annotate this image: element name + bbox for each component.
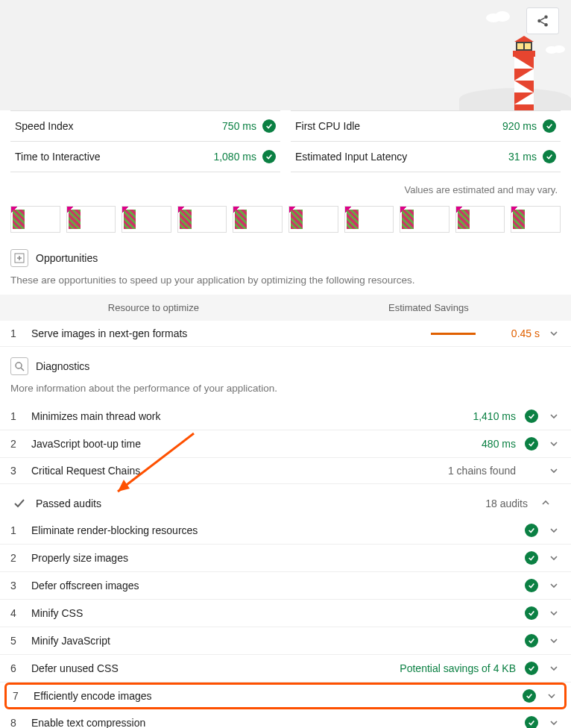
passed-audit-row[interactable]: 4Minify CSS	[0, 600, 571, 627]
svg-point-3	[553, 46, 565, 53]
filmstrip-frame	[177, 206, 227, 233]
pass-icon	[525, 716, 538, 728]
opportunities-table-head: Resource to optimize Estimated Savings	[0, 295, 571, 321]
opportunities-icon	[10, 249, 28, 267]
search-icon	[10, 357, 28, 375]
diagnostic-row[interactable]: 2 JavaScript boot-up time 480 ms	[0, 430, 571, 458]
diagnostics-header: Diagnostics	[0, 354, 571, 380]
col-resource: Resource to optimize	[10, 302, 297, 313]
diagnostic-row[interactable]: 1 Minimizes main thread work 1,410 ms	[0, 403, 571, 430]
svg-line-26	[21, 368, 24, 371]
passed-audit-row[interactable]: 3Defer offscreen images	[0, 572, 571, 600]
filmstrip-frame	[400, 206, 449, 233]
filmstrip-frame	[10, 206, 60, 233]
filmstrip-frame	[344, 206, 394, 233]
passed-audit-row[interactable]: 1Eliminate render-blocking resources	[0, 517, 571, 545]
chevron-down-icon[interactable]	[547, 636, 561, 645]
metric-speed-index: Speed Index 750 ms	[10, 110, 280, 142]
svg-point-1	[495, 11, 510, 22]
col-savings: Estimated Savings	[297, 302, 561, 313]
opportunities-desc: These are opportunities to speed up your…	[0, 272, 571, 295]
chevron-down-icon[interactable]	[547, 329, 561, 338]
chevron-down-icon[interactable]	[547, 581, 561, 590]
pass-icon	[525, 662, 538, 675]
pass-icon	[543, 150, 556, 163]
audit-name: Defer unused CSS	[31, 662, 392, 674]
audit-name: Minify JavaScript	[31, 635, 516, 647]
savings-value: 0.45 s	[488, 327, 540, 339]
filmstrip-frame	[511, 206, 561, 233]
metrics-grid: Speed Index 750 ms Time to Interactive 1…	[0, 110, 571, 172]
opportunities-header: Opportunities	[0, 246, 571, 272]
chevron-down-icon[interactable]	[547, 718, 561, 727]
filmstrip-frame	[233, 206, 283, 233]
chevron-down-icon[interactable]	[547, 412, 561, 421]
chevron-down-icon[interactable]	[547, 439, 561, 448]
metric-value: 31 ms	[508, 151, 537, 163]
metric-first-cpu-idle: First CPU Idle 920 ms	[291, 110, 561, 142]
metric-label: Time to Interactive	[15, 151, 101, 163]
diagnostic-name: Critical Request Chains	[31, 465, 441, 477]
row-number: 1	[10, 327, 24, 339]
metric-tti: Time to Interactive 1,080 ms	[10, 142, 280, 172]
passed-audit-row[interactable]: 7Efficiently encode images	[4, 682, 567, 709]
hero-banner	[0, 0, 571, 110]
passed-audit-row[interactable]: 6Defer unused CSSPotential savings of 4 …	[0, 655, 571, 682]
row-number: 8	[10, 717, 24, 728]
filmstrip	[0, 203, 571, 246]
chevron-up-icon[interactable]	[541, 498, 561, 509]
chevron-down-icon[interactable]	[547, 466, 561, 475]
diagnostic-row[interactable]: 3 Critical Request Chains 1 chains found	[0, 458, 571, 484]
chevron-down-icon[interactable]	[547, 526, 561, 535]
values-estimated-note: Values are estimated and may vary.	[0, 172, 571, 203]
savings-bar	[431, 333, 476, 335]
chevron-down-icon[interactable]	[547, 664, 561, 673]
row-number: 6	[10, 662, 24, 674]
row-number: 1	[10, 410, 24, 422]
chevron-down-icon[interactable]	[545, 691, 558, 700]
opportunity-row[interactable]: 1 Serve images in next-gen formats 0.45 …	[0, 321, 571, 347]
chevron-down-icon[interactable]	[547, 553, 561, 562]
metric-value: 920 ms	[502, 120, 537, 132]
pass-icon	[525, 634, 538, 647]
svg-marker-16	[514, 36, 534, 42]
metric-value: 1,080 ms	[213, 151, 256, 163]
filmstrip-frame	[288, 206, 338, 233]
metric-value: 750 ms	[222, 120, 256, 132]
audit-name: Enable text compression	[31, 717, 516, 728]
pass-icon	[525, 437, 538, 451]
section-title: Passed audits	[36, 498, 101, 509]
passed-audits-header[interactable]: Passed audits 18 audits	[0, 492, 571, 517]
pass-icon	[262, 119, 276, 133]
filmstrip-frame	[455, 206, 505, 233]
passed-audit-row[interactable]: 8Enable text compression	[0, 709, 571, 728]
filmstrip-frame	[66, 206, 116, 233]
pass-icon	[523, 689, 536, 703]
svg-rect-9	[513, 51, 535, 57]
svg-point-25	[16, 363, 22, 368]
pass-icon	[525, 579, 538, 592]
share-icon	[536, 14, 549, 28]
row-number: 4	[10, 607, 24, 619]
passed-audit-row[interactable]: 5Minify JavaScript	[0, 627, 571, 655]
audit-name: Minify CSS	[31, 607, 516, 619]
metric-label: First CPU Idle	[295, 120, 360, 132]
lighthouse-icon	[507, 36, 541, 110]
chevron-down-icon[interactable]	[547, 609, 561, 618]
diagnostic-name: JavaScript boot-up time	[31, 438, 456, 450]
svg-line-21	[540, 22, 544, 24]
filmstrip-frame	[122, 206, 171, 233]
audit-value: Potential savings of 4 KB	[400, 662, 516, 674]
pass-icon	[525, 606, 538, 620]
svg-rect-15	[531, 42, 532, 51]
share-button[interactable]	[526, 7, 559, 34]
svg-rect-13	[516, 42, 517, 51]
diagnostic-value: 480 ms	[464, 438, 516, 450]
check-icon	[10, 495, 28, 512]
cloud-icon	[483, 9, 511, 22]
svg-rect-14	[523, 42, 525, 51]
pass-icon	[525, 551, 538, 565]
section-title: Opportunities	[36, 252, 98, 264]
pass-icon	[262, 150, 276, 163]
passed-audit-row[interactable]: 2Properly size images	[0, 545, 571, 572]
